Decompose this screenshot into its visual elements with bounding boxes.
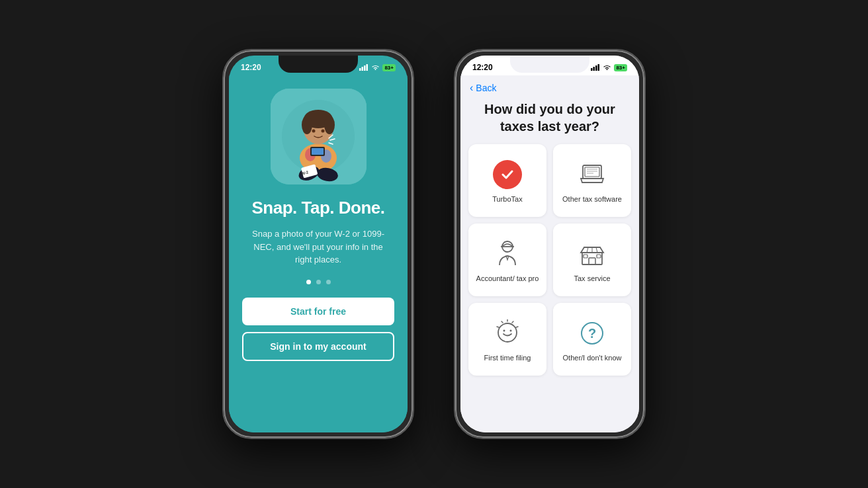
svg-point-15 <box>312 130 315 133</box>
sign-in-button[interactable]: Sign in to my account <box>242 332 394 361</box>
svg-rect-27 <box>598 64 600 71</box>
store-icon <box>578 239 607 268</box>
right-battery: 83+ <box>614 64 627 71</box>
left-phone-frame: 12:20 83+ <box>222 49 414 439</box>
svg-point-16 <box>321 130 324 133</box>
left-subtext: Snap a photo of your W-2 or 1099-NEC, an… <box>242 227 394 266</box>
left-headline: Snap. Tap. Done. <box>252 198 385 218</box>
svg-line-49 <box>516 327 518 327</box>
dot-2 <box>316 280 321 284</box>
svg-line-47 <box>512 321 513 323</box>
svg-rect-42 <box>597 255 601 258</box>
svg-line-48 <box>501 321 503 323</box>
left-phone-content: W-2 Snap. Tap. Done. Snap a photo of you… <box>229 75 408 432</box>
svg-point-45 <box>510 329 512 331</box>
hero-image: W-2 <box>271 89 367 184</box>
option-first-time[interactable]: First time filing <box>468 303 546 376</box>
left-time: 12:20 <box>241 63 261 72</box>
back-label: Back <box>476 83 496 93</box>
svg-rect-0 <box>359 68 361 71</box>
option-other-label: Other/I don't know <box>563 353 622 362</box>
right-phone-content: ‹ Back How did you do your taxes last ye… <box>460 75 639 432</box>
right-time: 12:20 <box>472 63 493 72</box>
svg-rect-3 <box>367 64 369 71</box>
option-tax-service[interactable]: Tax service <box>553 224 631 296</box>
option-first-time-label: First time filing <box>484 353 531 362</box>
svg-rect-2 <box>364 65 366 71</box>
signal-icon <box>359 64 369 71</box>
svg-line-50 <box>497 327 499 327</box>
svg-rect-26 <box>595 65 597 71</box>
wifi-icon <box>371 64 380 71</box>
hero-illustration: W-2 <box>271 89 367 184</box>
svg-point-44 <box>503 329 505 331</box>
back-chevron-icon: ‹ <box>470 82 473 94</box>
svg-point-13 <box>302 116 312 134</box>
svg-line-39 <box>596 247 597 253</box>
right-notch <box>510 56 589 73</box>
svg-line-37 <box>587 247 588 253</box>
option-accountant-label: Accountant/ tax pro <box>476 274 539 283</box>
left-phone-screen: 12:20 83+ <box>229 56 408 432</box>
turbotax-icon <box>493 160 522 189</box>
notch <box>279 56 358 73</box>
start-free-button[interactable]: Start for free <box>242 298 394 325</box>
svg-rect-41 <box>584 255 587 258</box>
pagination-dots <box>306 280 331 284</box>
left-status-icons: 83+ <box>359 64 396 71</box>
option-other[interactable]: ? Other/I don't know <box>553 303 631 376</box>
right-phone-frame: 12:20 83+ <box>454 49 646 439</box>
question-circle-icon: ? <box>578 319 607 348</box>
option-accountant[interactable]: Accountant/ tax pro <box>468 224 546 296</box>
person-icon <box>493 239 522 268</box>
right-signal-icon <box>591 64 600 71</box>
svg-rect-29 <box>585 167 599 177</box>
svg-rect-18 <box>312 148 324 155</box>
option-turbotax[interactable]: TurboTax <box>468 144 546 217</box>
svg-rect-40 <box>589 258 595 264</box>
left-phone: 12:20 83+ <box>222 49 414 439</box>
option-turbotax-label: TurboTax <box>492 194 522 204</box>
right-phone: 12:20 83+ <box>454 49 646 439</box>
options-grid: TurboTax <box>460 144 639 384</box>
left-battery: 83+ <box>382 64 396 71</box>
svg-rect-24 <box>591 68 593 71</box>
option-tax-service-label: Tax service <box>574 274 610 283</box>
dot-1 <box>306 280 311 284</box>
right-wifi-icon <box>603 64 611 71</box>
right-phone-screen: 12:20 83+ <box>460 56 639 432</box>
option-other-software-label: Other tax software <box>562 194 622 204</box>
svg-rect-25 <box>593 67 595 71</box>
option-other-software[interactable]: Other tax software <box>553 144 631 217</box>
face-icon <box>493 319 522 348</box>
dot-3 <box>326 280 331 284</box>
right-status-icons: 83+ <box>591 64 627 71</box>
svg-text:?: ? <box>588 326 596 341</box>
svg-rect-1 <box>362 67 364 71</box>
svg-point-43 <box>498 323 517 342</box>
question-title: How did you do your taxes last year? <box>460 97 639 144</box>
svg-point-14 <box>324 116 335 134</box>
laptop-icon <box>578 160 607 189</box>
back-button[interactable]: ‹ Back <box>460 75 639 97</box>
